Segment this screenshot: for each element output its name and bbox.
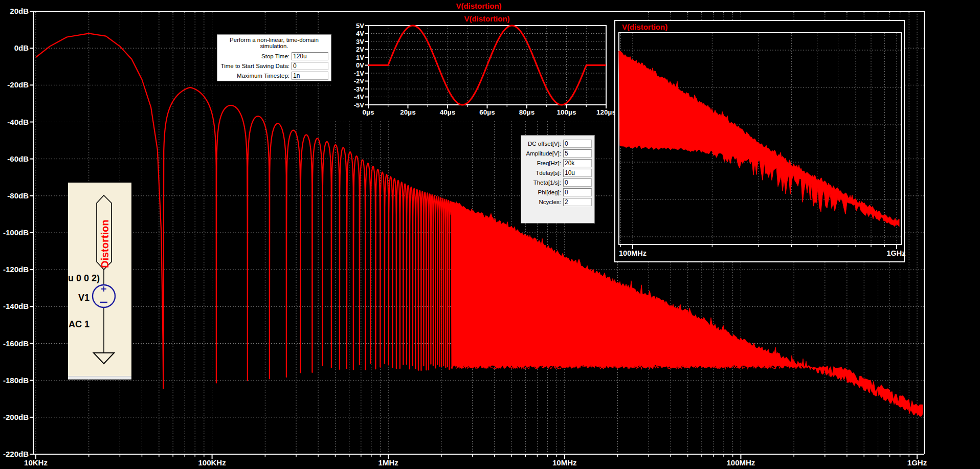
stop-time-input[interactable] [292, 52, 328, 60]
time-y-tick-label: -3V [354, 85, 365, 93]
waveform-plot-area[interactable]: 20dB0dB-20dB-40dB-60dB-80dB-100dB-120dB-… [0, 0, 980, 469]
y-axis-tick-label: -100dB [3, 228, 29, 237]
y-axis-tick-label: -80dB [7, 191, 29, 200]
maximum-timestep-label: Maximum Timestep: [220, 73, 292, 79]
time-x-tick-label: 120µs [596, 108, 616, 116]
y-axis-tick-label: -140dB [3, 302, 29, 310]
time-x-tick-label: 40µs [440, 108, 455, 116]
x-axis-tick-label: 10MHz [552, 458, 577, 467]
rf-x-tick-label: 100MHz [619, 249, 647, 257]
spice-directive-text: u 0 0 2) [68, 273, 100, 283]
time-y-tick-label: 2V [356, 46, 364, 53]
y-axis-tick-label: 20dB [10, 7, 29, 15]
ground-symbol[interactable] [94, 353, 114, 364]
stop-time-label: Stop Time: [220, 53, 292, 59]
x-axis-tick-label: 1MHz [378, 458, 398, 467]
ltspice-window: V(distortion) 20dB0dB-20dB-40dB-60dB-80d… [0, 0, 980, 469]
ncycles-input[interactable] [563, 198, 592, 206]
y-axis-tick-label: -160dB [3, 339, 29, 348]
tdelay-s-label: Tdelay[s]: [524, 170, 563, 176]
rf-inset-trace-label[interactable]: V(distortion) [622, 23, 667, 31]
time-y-tick-label: -4V [354, 93, 365, 101]
time-inset-trace-label[interactable]: V(distortion) [464, 14, 509, 23]
rf-x-tick-label: 1GHz [886, 249, 905, 257]
y-axis-tick-label: -60dB [7, 154, 29, 163]
time-y-tick-label: 0V [356, 61, 364, 69]
time-x-tick-label: 20µs [400, 108, 415, 116]
source-field-row: Ncycles: [524, 198, 592, 206]
ac-spec-text[interactable]: AC 1 [69, 319, 90, 329]
sim-dialog-description: Perform a non-linear, time-domain simula… [217, 35, 331, 51]
y-axis-tick-label: -20dB [7, 80, 29, 89]
y-axis-tick-label: -200dB [3, 413, 29, 421]
time-y-tick-label: 1V [356, 54, 364, 61]
phi-deg-label: Phi[deg]: [524, 189, 563, 195]
time-x-tick-label: 80µs [519, 108, 534, 116]
source-field-row: Freq[Hz]: [524, 159, 592, 167]
source-field-row: Phi[deg]: [524, 188, 592, 196]
sim-field-row: Stop Time: [220, 52, 328, 60]
sine-source-dialog: DC offset[V]:Amplitude[V]:Freq[Hz]:Tdela… [521, 135, 595, 224]
time-y-tick-label: -5V [354, 101, 365, 109]
transient-sim-dialog: Perform a non-linear, time-domain simula… [217, 34, 331, 81]
maximum-timestep-input[interactable] [292, 72, 328, 80]
schematic-fragment[interactable]: Distortion u 0 0 2) V1 AC 1 [68, 183, 131, 379]
phi-deg-input[interactable] [563, 188, 592, 196]
x-axis-tick-label: 1GHz [907, 458, 927, 467]
theta-1-s-label: Theta[1/s]: [524, 180, 563, 186]
time-y-tick-label: -2V [354, 77, 365, 85]
window-edge-strip [68, 376, 131, 379]
freq-hz-label: Freq[Hz]: [524, 160, 563, 166]
amplitude-v-input[interactable] [563, 149, 592, 158]
theta-1-s-input[interactable] [563, 178, 592, 187]
tdelay-s-input[interactable] [563, 169, 592, 177]
x-axis-tick-label: 10KHz [24, 458, 48, 467]
x-axis-tick-label: 100KHz [198, 458, 226, 467]
amplitude-v-label: Amplitude[V]: [524, 150, 563, 157]
net-label-distortion[interactable]: Distortion [99, 220, 110, 268]
y-axis-tick-label: -220dB [3, 450, 29, 458]
designator-text[interactable]: V1 [78, 293, 90, 303]
time-y-tick-label: 4V [356, 30, 364, 37]
sim-field-row: Maximum Timestep: [220, 72, 328, 80]
dc-offset-v-input[interactable] [563, 140, 592, 148]
main-trace-label[interactable]: V(distortion) [33, 2, 924, 10]
y-axis-tick-label: -120dB [3, 265, 29, 274]
dc-offset-v-label: DC offset[V]: [524, 141, 563, 147]
time-y-tick-label: -1V [354, 70, 365, 77]
time-x-tick-label: 0µs [363, 108, 374, 116]
time-x-tick-label: 100µs [557, 108, 576, 116]
time-y-tick-label: 5V [356, 22, 364, 30]
time-to-start-saving-data-input[interactable] [292, 62, 328, 70]
source-field-row: DC offset[V]: [524, 140, 592, 148]
time-y-tick-label: 3V [356, 38, 364, 46]
time-domain-pane[interactable]: V(distortion)5V4V3V2V1V0V-1V-2V-3V-4V-5V… [331, 12, 623, 120]
ncycles-label: Ncycles: [524, 199, 563, 205]
time-x-tick-label: 60µs [479, 108, 495, 116]
y-axis-tick-label: -40dB [7, 118, 29, 126]
sim-field-row: Time to Start Saving Data: [220, 62, 328, 70]
time-to-start-saving-data-label: Time to Start Saving Data: [220, 63, 292, 69]
x-axis-tick-label: 100MHz [726, 458, 755, 467]
rf-zoom-pane[interactable]: V(distortion)100MHz1GHz [615, 20, 906, 262]
source-field-row: Theta[1/s]: [524, 178, 592, 187]
freq-hz-input[interactable] [563, 159, 592, 167]
y-axis-tick-label: -180dB [3, 376, 29, 385]
source-field-row: Amplitude[V]: [524, 149, 592, 158]
source-field-row: Tdelay[s]: [524, 169, 592, 177]
y-axis-tick-label: 0dB [14, 43, 29, 52]
